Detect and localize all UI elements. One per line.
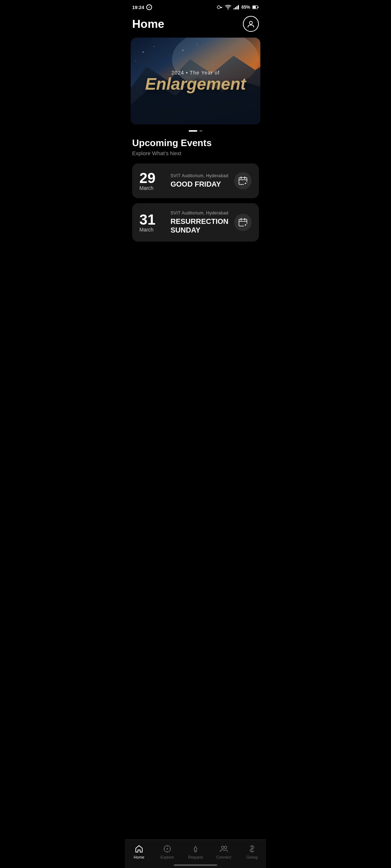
svg-point-11	[249, 21, 252, 24]
event-card-resurrection[interactable]: 31 March SVIT Auditorium, Hyderabad RESU…	[132, 203, 259, 242]
svg-point-18	[135, 61, 136, 61]
carousel-dots	[125, 130, 266, 132]
event-name-2: RESURRECTION SUNDAY	[171, 217, 228, 234]
upcoming-events-section: Upcoming Events Explore What's Next 29 M…	[125, 137, 266, 242]
section-subtitle: Explore What's Next	[132, 150, 259, 156]
calendar-add-icon-2	[238, 217, 248, 227]
event-info-2: SVIT Auditorium, Hyderabad RESURRECTION …	[165, 210, 234, 234]
event-add-button-1[interactable]	[234, 172, 252, 190]
wifi-icon	[225, 5, 231, 10]
banner-text: 2024 • The Year of Enlargement	[145, 70, 246, 92]
profile-button[interactable]	[243, 16, 259, 32]
event-location-2: SVIT Auditorium, Hyderabad	[171, 210, 228, 216]
section-title: Upcoming Events	[132, 137, 259, 149]
user-icon	[247, 20, 255, 28]
event-day-2: 31	[139, 212, 165, 227]
page-header: Home	[125, 13, 266, 38]
battery-display: 65%	[241, 5, 250, 10]
event-location-1: SVIT Auditorium, Hyderabad	[171, 173, 228, 178]
dot-1	[189, 130, 197, 132]
status-right: 65%	[217, 5, 259, 10]
battery-icon	[252, 5, 259, 9]
event-month-2: March	[139, 227, 165, 233]
check-icon: ✓	[146, 4, 152, 10]
banner-card[interactable]: 2024 • The Year of Enlargement	[131, 38, 260, 124]
calendar-add-icon-1	[238, 176, 248, 186]
svg-point-19	[182, 50, 184, 51]
event-month-1: March	[139, 185, 165, 191]
svg-rect-9	[253, 6, 256, 9]
banner-title: Enlargement	[145, 76, 246, 92]
svg-rect-4	[234, 8, 235, 9]
event-day-1: 29	[139, 171, 165, 185]
page-title: Home	[132, 17, 164, 31]
event-date-1: 29 March	[139, 171, 165, 191]
status-bar: 19:24 ✓ 65%	[125, 0, 266, 13]
event-card-good-friday[interactable]: 29 March SVIT Auditorium, Hyderabad GOOD…	[132, 163, 259, 198]
svg-rect-7	[238, 5, 239, 9]
svg-point-16	[143, 52, 144, 53]
svg-point-20	[197, 44, 198, 45]
svg-rect-5	[235, 7, 236, 9]
svg-rect-10	[258, 7, 259, 8]
svg-point-0	[217, 6, 220, 9]
time-display: 19:24	[132, 5, 144, 10]
dot-2	[199, 130, 202, 132]
event-add-button-2[interactable]	[234, 214, 252, 231]
event-date-2: 31 March	[139, 212, 165, 233]
signal-icon	[234, 5, 239, 9]
event-info-1: SVIT Auditorium, Hyderabad GOOD FRIDAY	[165, 173, 234, 188]
svg-rect-6	[236, 6, 237, 9]
key-icon	[217, 5, 223, 9]
svg-point-17	[154, 46, 154, 47]
event-name-1: GOOD FRIDAY	[171, 180, 228, 188]
